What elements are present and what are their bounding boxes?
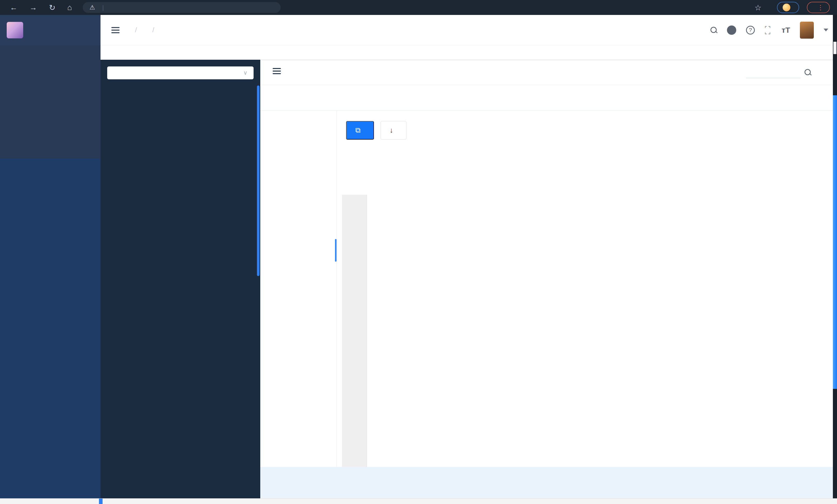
github-icon[interactable] bbox=[727, 25, 736, 35]
screen: ← → ↻ ⌂ ⚠ | ☆ ⋮ bbox=[0, 0, 837, 504]
breadcrumb-separator: / bbox=[135, 26, 137, 34]
fullscreen-icon[interactable]: ⌜⌝⌞⌟ bbox=[765, 26, 772, 34]
doc-header bbox=[260, 60, 837, 85]
swagger-sidebar: ∨ bbox=[101, 60, 260, 498]
browser-reload-icon[interactable]: ↻ bbox=[49, 3, 55, 12]
page-tabs-bar bbox=[101, 45, 837, 60]
doc-search-icon[interactable] bbox=[804, 69, 811, 76]
doc-content: ⧉ ↓ bbox=[337, 111, 837, 467]
copy-button[interactable]: ⧉ bbox=[346, 121, 374, 139]
download-icon: ↓ bbox=[390, 126, 393, 134]
page-scrollbar-thumb[interactable] bbox=[833, 95, 837, 389]
scrollbar-button[interactable] bbox=[833, 42, 836, 54]
app-logo bbox=[0, 15, 101, 45]
main-sidebar bbox=[0, 15, 101, 504]
api-group-select[interactable]: ∨ bbox=[107, 67, 253, 79]
active-tab-indicator bbox=[335, 239, 337, 262]
doc-tabs-bar bbox=[260, 85, 837, 111]
browser-home-icon[interactable]: ⌂ bbox=[67, 3, 72, 12]
doc-footer bbox=[260, 467, 837, 498]
help-icon[interactable]: ? bbox=[746, 26, 755, 35]
browser-menu-icon[interactable]: ⋮ bbox=[817, 4, 824, 12]
copy-icon: ⧉ bbox=[355, 126, 360, 135]
bottom-scroll-strip bbox=[0, 498, 837, 504]
update-button[interactable]: ⋮ bbox=[807, 2, 830, 13]
logo-avatar bbox=[7, 22, 23, 38]
browser-forward-icon[interactable]: → bbox=[29, 3, 37, 12]
swagger-sidebar-scrollbar[interactable] bbox=[257, 86, 260, 276]
doc-collapse-icon[interactable] bbox=[273, 68, 281, 74]
horizontal-scrollbar-thumb[interactable] bbox=[99, 499, 103, 504]
emoji-face-icon bbox=[783, 4, 790, 11]
app-header: / / ? ⌜⌝⌞⌟ ᴛT bbox=[101, 15, 837, 45]
browser-back-icon[interactable]: ← bbox=[10, 3, 18, 12]
user-avatar[interactable] bbox=[800, 22, 814, 39]
download-button[interactable]: ↓ bbox=[380, 121, 406, 139]
sidebar-submenu bbox=[0, 158, 101, 504]
page-scrollbar[interactable] bbox=[833, 15, 837, 504]
browser-chrome: ← → ↻ ⌂ ⚠ | ☆ ⋮ bbox=[0, 0, 837, 15]
not-secure-warning-icon: ⚠ bbox=[89, 4, 95, 11]
breadcrumb-separator: / bbox=[152, 26, 154, 34]
doc-search-input[interactable] bbox=[746, 68, 801, 78]
paused-extension-pill[interactable] bbox=[777, 2, 799, 13]
user-menu-caret-icon[interactable] bbox=[824, 29, 828, 32]
doc-main: ⧉ ↓ bbox=[260, 60, 837, 498]
header-search-icon[interactable] bbox=[711, 27, 717, 34]
address-divider: | bbox=[102, 4, 104, 11]
bookmark-star-icon[interactable]: ☆ bbox=[754, 3, 762, 12]
doc-side-tabs bbox=[260, 111, 337, 467]
code-viewer[interactable] bbox=[342, 195, 831, 467]
font-size-icon[interactable]: ᴛT bbox=[782, 26, 790, 35]
sidebar-collapse-icon[interactable] bbox=[111, 27, 120, 33]
address-bar[interactable]: ⚠ | bbox=[83, 2, 281, 13]
select-chevron-icon: ∨ bbox=[243, 70, 247, 76]
